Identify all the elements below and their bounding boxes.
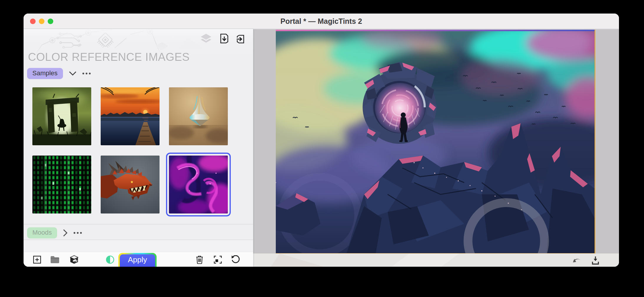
color-reference-panel: COLOR REFERENCE IMAGES Samples (24, 29, 253, 267)
bar-watermark (253, 253, 619, 267)
fit-to-view-button[interactable] (211, 252, 224, 267)
add-image-button[interactable] (31, 252, 43, 267)
background-watermark (459, 194, 553, 256)
bottom-toolbar: Apply (24, 252, 253, 267)
thumbnail-green-gate[interactable] (32, 87, 91, 145)
undo-change-button[interactable] (572, 253, 585, 267)
plus-square-icon (33, 256, 41, 264)
undo-rotate-button[interactable] (229, 252, 242, 267)
canvas-panel (253, 29, 619, 267)
thumbnail-red-dragon[interactable] (101, 156, 160, 213)
trash-icon (196, 255, 203, 264)
export-cube-button[interactable] (68, 252, 81, 267)
download-button[interactable] (591, 253, 604, 267)
download-icon (591, 256, 600, 265)
import-image-icon[interactable] (220, 34, 229, 44)
thumbnail-purple-swirl[interactable] (169, 156, 228, 213)
undo-arrow-icon (572, 257, 582, 263)
app-window: Portal * — MagicTints 2 (24, 14, 619, 267)
fit-crop-icon (214, 256, 222, 264)
thumbnail-sunset-lake[interactable] (101, 87, 160, 145)
export-panel-icon[interactable] (236, 34, 245, 44)
chevron-right-icon[interactable] (63, 229, 68, 237)
folder-icon (50, 256, 59, 263)
moods-group-pill[interactable]: Moods (27, 227, 57, 238)
chevron-down-icon[interactable] (69, 71, 77, 76)
contrast-toggle-button[interactable] (104, 252, 117, 267)
thumbnail-spinning-top[interactable] (169, 87, 228, 145)
delete-button[interactable] (193, 252, 206, 267)
thumbnail-grid (32, 87, 228, 213)
contrast-icon (106, 255, 114, 264)
samples-menu-dots[interactable] (82, 73, 91, 74)
moods-menu-dots[interactable] (74, 232, 82, 234)
layers-icon[interactable] (200, 33, 213, 44)
panel-heading: COLOR REFERENCE IMAGES (28, 51, 190, 64)
apply-button[interactable]: Apply (120, 254, 155, 267)
empty-strip (24, 240, 253, 252)
open-folder-button[interactable] (48, 252, 61, 267)
samples-group-pill[interactable]: Samples (27, 68, 63, 79)
canvas-bottom-bar (253, 253, 619, 267)
window-title: Portal * — MagicTints 2 (24, 14, 619, 29)
apply-button-glow: Apply (118, 253, 157, 267)
titlebar: Portal * — MagicTints 2 (24, 14, 619, 29)
undo-rotate-icon (231, 255, 240, 264)
cube-icon (69, 255, 79, 264)
thumbnail-matrix-code[interactable] (32, 156, 91, 213)
divider (24, 224, 253, 224)
